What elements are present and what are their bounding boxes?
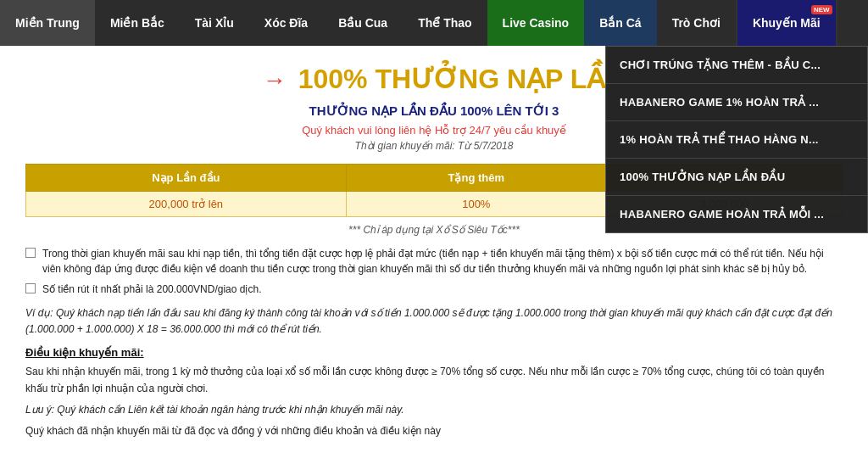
nav-item-khuyen-mai[interactable]: Khuyến Mãi NEW (736, 0, 837, 46)
dropdown-item-3[interactable]: 100% THƯỞNG NẠP LẦN ĐẦU (606, 159, 867, 196)
dieu-kien-text2: Lưu ý: Quý khách cần Liên kết tài khoản … (25, 402, 843, 418)
dropdown-item-2[interactable]: 1% HOÀN TRẢ THỂ THAO HÀNG N... (606, 121, 867, 159)
condition-item-1: Trong thời gian khuyến mãi sau khi nạp t… (25, 246, 843, 277)
nav-item-tro-choi[interactable]: Trò Chơi (657, 0, 736, 46)
main-content: → 100% THƯỞNG NẠP LẦ THƯỞNG NẠP LẦN ĐẦU … (0, 46, 868, 453)
checkbox-1[interactable] (25, 248, 36, 258)
nav-item-mien-bac[interactable]: Miền Bắc (95, 0, 180, 46)
example-text: Ví dụ: Quý khách nạp tiền lần đầu sau kh… (25, 305, 843, 338)
condition-item-2: Số tiền rút ít nhất phải là 200.000VND/g… (25, 282, 843, 297)
dropdown-item-1[interactable]: HABANERO GAME 1% HOÀN TRẢ ... (606, 84, 867, 121)
dropdown-item-0[interactable]: CHƠI TRÚNG TẶNG THÊM - BẦU C... (606, 47, 867, 84)
nav-item-bau-cua[interactable]: Bầu Cua (323, 0, 403, 46)
dieu-kien-text1: Sau khi nhận khuyến mãi, trong 1 kỳ mở t… (25, 364, 843, 396)
table-header-tang: Tặng thêm (346, 165, 606, 192)
table-cell-tang: 100% (346, 192, 606, 217)
dropdown-item-4[interactable]: HABANERO GAME HOÀN TRẢ MỖI ... (606, 196, 867, 232)
nav-bar: Miền Trung Miền Bắc Tài Xỉu Xóc Đĩa Bầu … (0, 0, 868, 46)
nav-item-xoc-dia[interactable]: Xóc Đĩa (249, 0, 323, 46)
dieu-kien-title: Điều kiện khuyến mãi: (25, 346, 843, 359)
dieu-kien-text3: Quý khách đã nhận khuyến mãi từ đã đọc v… (25, 423, 843, 439)
checkbox-2[interactable] (25, 283, 36, 293)
table-header-nap: Nạp Lần đầu (26, 165, 347, 192)
nav-item-ban-ca[interactable]: Bắn Cá (584, 0, 656, 46)
nav-item-live-casino[interactable]: Live Casino (487, 0, 585, 46)
new-badge: NEW (811, 5, 832, 14)
dropdown-menu: CHƠI TRÚNG TẶNG THÊM - BẦU C... HABANERO… (605, 46, 868, 233)
nav-item-tai-xiu[interactable]: Tài Xỉu (180, 0, 249, 46)
arrow-icon: → (263, 67, 287, 94)
nav-item-mien-trung[interactable]: Miền Trung (0, 0, 95, 46)
condition-list: Trong thời gian khuyến mãi sau khi nạp t… (25, 246, 843, 297)
nav-item-the-thao[interactable]: Thể Thao (403, 0, 487, 46)
table-cell-nap: 200,000 trở lên (26, 192, 347, 217)
